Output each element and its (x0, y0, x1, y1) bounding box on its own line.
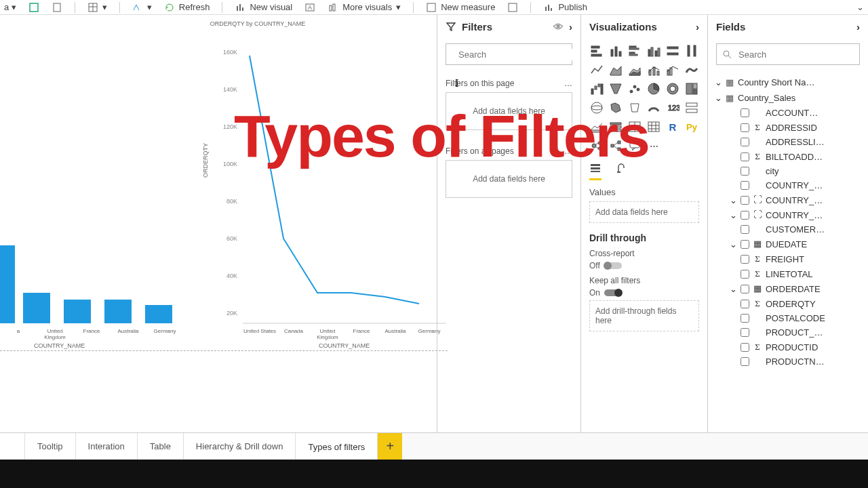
viz-clustered-column[interactable] (646, 43, 661, 58)
viz-key-influencers[interactable] (589, 138, 604, 153)
viz-gauge[interactable] (646, 100, 661, 115)
viz-clustered-bar[interactable] (627, 43, 642, 58)
field-column[interactable]: ΣLINETOTAL (715, 266, 861, 281)
viz-shape-map[interactable] (627, 100, 642, 115)
line-chart[interactable] (243, 49, 446, 327)
all-filters-more[interactable]: … (564, 146, 572, 156)
cross-report-toggle[interactable]: Off (589, 261, 622, 270)
viz-100-bar[interactable] (665, 43, 680, 58)
field-table[interactable]: ⌄▦Country_Sales (715, 90, 861, 106)
viz-pie[interactable] (646, 81, 661, 96)
field-column[interactable]: COUNTRY_… (715, 178, 861, 192)
filters-search[interactable] (446, 43, 572, 65)
ribbon-collapse[interactable]: ⌄ (856, 2, 864, 12)
footer-bar (0, 460, 868, 488)
collapse-filters-icon[interactable]: › (569, 21, 572, 33)
ribbon-excel[interactable] (28, 2, 39, 13)
more-visuals-button[interactable]: More visuals ▾ (328, 2, 401, 13)
eye-icon[interactable]: 👁 (553, 21, 564, 33)
filters-search-input[interactable] (457, 49, 574, 60)
viz-100-column[interactable] (684, 43, 699, 58)
values-dropzone[interactable]: Add data fields here (589, 201, 699, 223)
field-column[interactable]: ADDRESSLI… (715, 135, 861, 149)
field-column[interactable]: ΣADDRESSID (715, 120, 861, 135)
collapse-viz-icon[interactable]: › (696, 21, 699, 33)
viz-filled-map[interactable] (608, 100, 623, 115)
viz-stacked-column[interactable] (608, 43, 623, 58)
field-column[interactable]: ΣORDERQTY (715, 296, 861, 311)
field-column[interactable]: ΣFREIGHT (715, 251, 861, 266)
drill-dropzone[interactable]: Add drill-through fields here (589, 300, 699, 331)
viz-more[interactable]: ⋯ (646, 138, 661, 153)
ribbon-dropdown-a[interactable]: a ▾ (4, 2, 16, 12)
quick-measure-button[interactable] (507, 2, 518, 13)
viz-donut[interactable] (665, 81, 680, 96)
text-box-button[interactable]: A (304, 2, 315, 13)
bar-chart[interactable] (0, 245, 183, 327)
viz-decomposition[interactable] (608, 138, 623, 153)
fields-search[interactable] (716, 43, 860, 65)
page-tab[interactable]: Tooltip (25, 433, 76, 460)
format-icon[interactable] (615, 161, 627, 180)
cross-report-label: Cross-report (589, 249, 699, 258)
keep-filters-toggle[interactable]: On (589, 288, 622, 298)
add-page-button[interactable]: + (378, 433, 402, 460)
field-column[interactable]: CUSTOMER… (715, 222, 861, 237)
report-canvas[interactable]: ORDERQTY by COUNTRY_NAME ORDERQTY 160K14… (0, 15, 437, 432)
viz-funnel[interactable] (608, 81, 623, 96)
viz-py-script[interactable]: Py (684, 119, 699, 134)
new-measure-button[interactable]: New measure (426, 2, 495, 13)
viz-line-clustered[interactable] (665, 62, 680, 77)
viz-map[interactable] (589, 100, 604, 115)
viz-ribbon[interactable] (684, 62, 699, 77)
field-column[interactable]: city (715, 164, 861, 178)
field-column[interactable]: PRODUCT_… (715, 325, 861, 340)
collapse-fields-icon[interactable]: › (856, 21, 860, 33)
field-column[interactable]: POSTALCODE (715, 311, 861, 325)
field-column[interactable]: ΣPRODUCTID (715, 340, 861, 354)
viz-card[interactable]: 123 (665, 100, 680, 115)
all-filters-dropzone[interactable]: Add data fields here (446, 160, 572, 198)
field-column[interactable]: PRODUCTN… (715, 354, 861, 369)
viz-line[interactable] (589, 62, 604, 77)
field-column[interactable]: ⌄⛶COUNTRY_… (715, 207, 861, 222)
viz-multi-card[interactable] (684, 100, 699, 115)
fields-well-icon[interactable] (589, 161, 601, 180)
page-filters-dropzone[interactable]: Add data fields here (446, 92, 572, 130)
viz-qa[interactable] (627, 138, 642, 153)
svg-rect-22 (145, 305, 172, 323)
viz-area[interactable] (608, 62, 623, 77)
svg-rect-27 (591, 54, 601, 56)
page-tab[interactable]: Interation (76, 433, 138, 460)
field-column[interactable]: ⌄⛶COUNTRY_… (715, 192, 861, 207)
field-column[interactable]: ACCOUNT… (715, 106, 861, 120)
viz-kpi[interactable] (589, 119, 604, 134)
viz-r-script[interactable]: R (665, 119, 680, 134)
viz-table[interactable] (627, 119, 642, 134)
page-tab[interactable]: Types of filters (296, 433, 378, 460)
field-column[interactable]: ⌄▦ORDERDATE (715, 281, 861, 296)
viz-matrix[interactable] (646, 119, 661, 134)
viz-slicer[interactable] (608, 119, 623, 134)
ribbon-table[interactable]: ▾ (87, 2, 107, 13)
page-tab[interactable]: Hierarchy & Drill down (184, 433, 296, 460)
ribbon-transform[interactable]: ▾ (132, 2, 152, 13)
viz-line-column[interactable] (646, 62, 661, 77)
publish-button[interactable]: Publish (543, 2, 587, 13)
field-table[interactable]: ⌄▦Country Short Na… (715, 75, 861, 90)
ribbon-paste[interactable] (52, 2, 62, 13)
field-column[interactable]: ΣBILLTOADD… (715, 149, 861, 164)
viz-scatter[interactable] (627, 81, 642, 96)
viz-treemap[interactable] (684, 81, 699, 96)
viz-stacked-area[interactable] (627, 62, 642, 77)
new-visual-button[interactable]: New visual (235, 2, 292, 13)
page-tab[interactable]: Table (138, 433, 184, 460)
tab-hidden-left[interactable] (0, 433, 25, 460)
refresh-button[interactable]: Refresh (164, 2, 210, 13)
viz-waterfall[interactable] (589, 81, 604, 96)
fields-search-input[interactable] (737, 49, 854, 60)
field-column[interactable]: ⌄▦DUEDATE (715, 237, 861, 251)
page-filters-more[interactable]: … (564, 79, 572, 88)
viz-stacked-bar[interactable] (589, 43, 604, 58)
svg-rect-14 (545, 7, 547, 11)
